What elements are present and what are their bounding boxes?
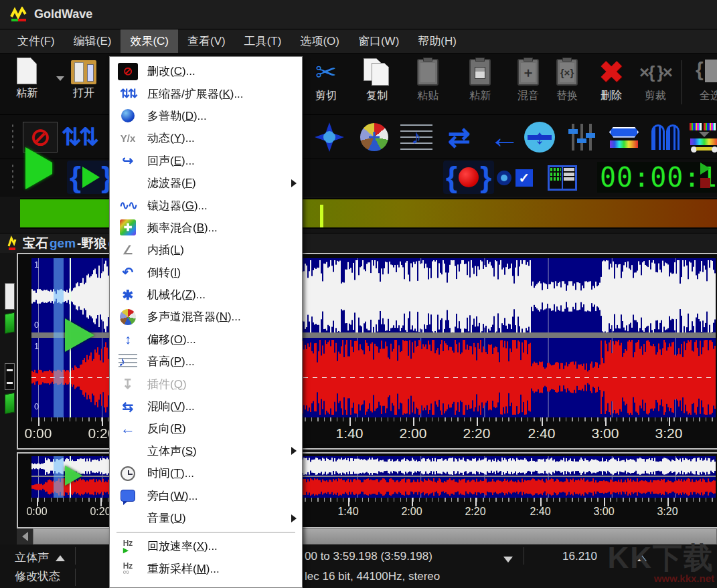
effects-menu-item-13[interactable]: ↕偏移(O)... <box>110 328 302 351</box>
toolbar-button-2[interactable]: 复制 <box>353 58 400 103</box>
menu-item-label: 回放速率(X)... <box>147 538 297 554</box>
new-file-button[interactable]: 粘新 <box>16 58 37 100</box>
effects-menu-item-17[interactable]: ←反向(R) <box>110 417 302 439</box>
toolbar-button-label: 删除 <box>601 89 622 103</box>
reverse-button[interactable]: ← <box>489 122 521 153</box>
menubar-item-5[interactable]: 工具(T) <box>235 29 291 53</box>
toolbar-button-6[interactable]: {×}替换 <box>544 58 590 103</box>
effects-menu-item-22[interactable]: Hz▶回放速率(X)... <box>110 535 302 557</box>
menubar-item-3[interactable]: 效果(C) <box>121 29 178 53</box>
zoom-value-text: 16.210 <box>562 550 597 563</box>
document-title-segment: 宝石 <box>23 236 48 250</box>
circle-updown-icon: ↕ <box>524 122 555 153</box>
toolbar-button-4[interactable]: 粘新 <box>457 58 503 103</box>
toolbar-gripper[interactable] <box>11 163 15 190</box>
scroll-left-button[interactable] <box>17 528 33 545</box>
left-channel-button[interactable] <box>5 283 15 310</box>
main-toolbar: 粘新 打开 ✂剪切复制粘贴粘新＋混音{×}替换✖删除×{ }×剪裁{全选 <box>0 54 717 115</box>
status-divider <box>524 547 524 565</box>
toolbar-button-1[interactable]: ✂剪切 <box>303 58 349 103</box>
watermark-url: www.kkx.net <box>607 573 714 584</box>
effects-menu-item-18[interactable]: 立体声(S) <box>110 440 302 462</box>
level-meter-peak-tick <box>320 205 323 227</box>
channel-mode-status[interactable]: 立体声 <box>15 550 65 565</box>
toolbar-separator <box>682 60 682 104</box>
record-selection-button[interactable]: {} <box>443 161 494 194</box>
effects-menu-item-12[interactable]: 多声道混音器(N)... <box>110 306 302 328</box>
menubar-item-4[interactable]: 查看(V) <box>178 29 235 53</box>
effects-menu-item-16[interactable]: ⇆混响(V)... <box>110 395 302 417</box>
open-file-button[interactable]: 打开 <box>71 58 96 100</box>
toolbar-button-9[interactable]: {全选 <box>687 58 717 103</box>
effects-menu-item-11[interactable]: ✱机械化(Z)... <box>110 284 302 306</box>
blue-star-icon <box>315 122 344 152</box>
menu-item-label: 回声(E)... <box>147 153 297 169</box>
gate-arch-icon <box>651 124 680 150</box>
menu-item-label: 混响(V)... <box>147 399 297 414</box>
menu-item-label: 音高(P)... <box>147 354 297 369</box>
shape-volume-button[interactable] <box>608 122 640 153</box>
triangle-down-icon <box>503 557 513 563</box>
left-channel-play-button[interactable] <box>5 312 15 334</box>
right-channel-button[interactable] <box>5 363 15 390</box>
effects-menu-item-23[interactable]: Hz∞重新采样(M)... <box>110 558 302 580</box>
new-file-dropdown[interactable] <box>56 58 64 81</box>
toolbar-button-7[interactable]: ✖删除 <box>588 58 635 103</box>
control-properties-button[interactable] <box>548 165 577 191</box>
mini-play-icon <box>700 163 710 175</box>
effects-menu-item-3[interactable]: 多普勒(D)... <box>110 105 302 127</box>
pinwheel-icon <box>360 123 388 151</box>
toolbar-button-3[interactable]: 粘贴 <box>404 58 451 103</box>
mechanize-button[interactable] <box>313 122 345 153</box>
menubar-item-2[interactable]: 编辑(E) <box>64 29 121 53</box>
effects-menu-item-6[interactable]: 滤波器(F) <box>110 172 302 194</box>
sliders-icon <box>572 123 592 151</box>
scissors-icon: ✂ <box>315 58 337 87</box>
right-channel-play-button[interactable] <box>5 393 15 415</box>
modified-status: 修改状态 <box>15 569 60 584</box>
play-selection-button[interactable]: {} <box>67 161 115 194</box>
mixer-button[interactable] <box>358 122 390 153</box>
toolbar-button-8[interactable]: ×{ }×剪裁 <box>632 58 679 103</box>
effects-menu-item-2[interactable]: ⇅⇅压缩器/扩展器(K)... <box>110 82 302 104</box>
effects-menu-item-20[interactable]: 旁白(W)... <box>110 484 302 506</box>
toolbar-button-label: 剪裁 <box>645 89 666 103</box>
control-toolbar: {} {} ✓ 00:00:16.2 <box>0 159 717 197</box>
spectrum-filter-button[interactable] <box>688 122 717 153</box>
effects-menu-item-4[interactable]: Y/x动态(Y)... <box>110 127 302 149</box>
pitch-button[interactable]: ♪ <box>400 122 432 153</box>
effects-menu-item-1[interactable]: ⊘删改(C)... <box>110 60 302 82</box>
equalizer-button[interactable] <box>566 122 598 153</box>
effects-menu-item-7[interactable]: ∿∿镶边器(G)... <box>110 194 302 216</box>
axis-time-label: 2:40 <box>528 425 556 442</box>
monitor-toggle-button[interactable]: ✓ <box>497 169 533 187</box>
noise-gate-button[interactable] <box>649 122 682 153</box>
toolbar-button-label: 替换 <box>556 89 578 103</box>
toolbar-gripper[interactable] <box>11 123 15 150</box>
menubar-item-6[interactable]: 选项(O) <box>291 29 349 53</box>
menubar-item-8[interactable]: 帮助(H) <box>408 29 466 53</box>
effects-menu-item-19[interactable]: 时间(T)... <box>110 462 302 484</box>
effects-menu-item-5[interactable]: ↪回声(E)... <box>110 150 302 172</box>
effects-menu-item-14[interactable]: ♪音高(P)... <box>110 351 302 373</box>
chevron-down-icon <box>56 76 64 81</box>
menu-item-label: 多普勒(D)... <box>147 108 297 124</box>
document-title-segment: gem <box>50 236 76 250</box>
effects-menu-item-21[interactable]: 音量(U) <box>110 507 302 529</box>
menu-item-label: 旁白(W)... <box>147 488 297 504</box>
menubar-item-7[interactable]: 窗口(W) <box>349 29 408 53</box>
effects-menu-item-9[interactable]: ∠内插(L) <box>110 239 302 261</box>
menubar-item-1[interactable]: 文件(F) <box>8 29 64 53</box>
submenu-arrow-icon <box>291 179 297 187</box>
menu-bar: 文件(F)编辑(E)效果(C)查看(V)工具(T)选项(O)窗口(W)帮助(H) <box>0 29 717 54</box>
monitor-check-icon: ✓ <box>497 169 533 187</box>
offset-button[interactable]: ↕ <box>524 122 556 153</box>
reverb-button[interactable]: ⇄ <box>443 122 475 153</box>
selection-dropdown-button[interactable] <box>503 553 513 566</box>
compressor-button[interactable]: ⇅⇅ <box>63 122 95 153</box>
effects-menu-item-10[interactable]: ↶倒转(I) <box>110 262 302 284</box>
effects-menu-item-8[interactable]: ✚频率混合(B)... <box>110 217 302 239</box>
play-button[interactable] <box>25 163 52 175</box>
menu-item-label: 动态(Y)... <box>147 130 297 146</box>
menu-item-label: 倒转(I) <box>147 265 297 280</box>
